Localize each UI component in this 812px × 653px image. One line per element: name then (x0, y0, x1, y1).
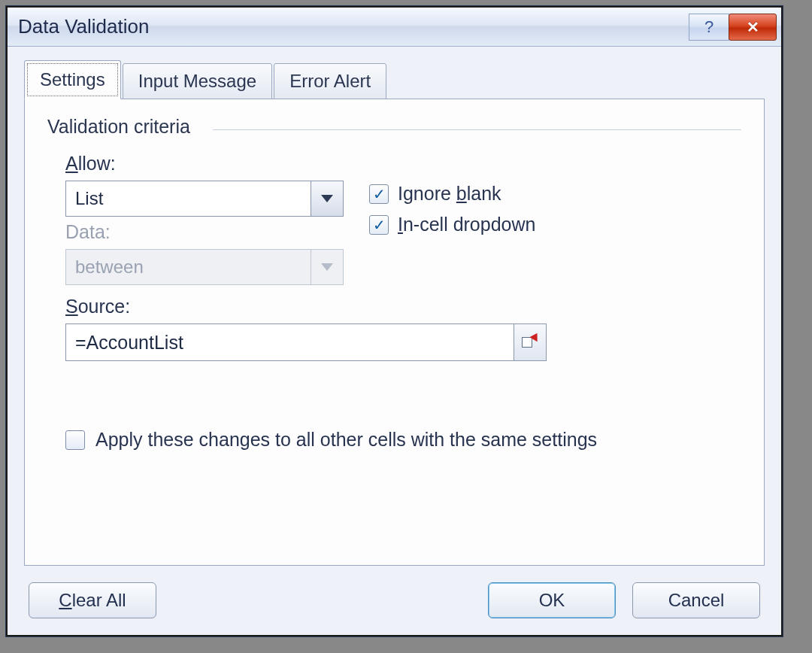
incell-dropdown-row[interactable]: ✓ In-cell dropdown (369, 214, 535, 235)
dialog-footer: Clear All OK Cancel (24, 566, 765, 621)
tab-error-alert-label: Error Alert (289, 71, 371, 92)
dialog-body: Settings Input Message Error Alert Valid… (8, 47, 781, 635)
check-icon: ✓ (373, 187, 386, 202)
tab-settings-label: Settings (40, 69, 105, 90)
tab-error-alert[interactable]: Error Alert (274, 63, 386, 99)
tab-input-message-label: Input Message (138, 71, 256, 92)
help-button[interactable]: ? (689, 14, 729, 41)
allow-input[interactable] (65, 181, 311, 217)
data-validation-dialog: Data Validation ? ✕ Settings Input Messa… (6, 6, 783, 636)
apply-to-all-row[interactable]: ✓ Apply these changes to all other cells… (65, 429, 741, 451)
tabs: Settings Input Message Error Alert (24, 60, 765, 99)
allow-combo[interactable] (65, 181, 344, 217)
ignore-blank-checkbox[interactable]: ✓ (369, 184, 389, 204)
source-box[interactable] (65, 323, 547, 361)
ignore-blank-label: Ignore blank (398, 183, 501, 205)
ok-button[interactable]: OK (488, 582, 616, 618)
check-icon: ✓ (373, 217, 386, 232)
allow-dropdown-button[interactable] (311, 181, 344, 217)
source-label: Source: (65, 296, 741, 317)
refedit-icon (522, 334, 538, 351)
data-dropdown-button (311, 249, 344, 285)
chevron-down-icon (321, 195, 333, 202)
tab-settings[interactable]: Settings (24, 60, 121, 99)
apply-to-all-label: Apply these changes to all other cells w… (95, 429, 597, 451)
titlebar[interactable]: Data Validation ? ✕ (8, 8, 781, 47)
data-combo (65, 249, 344, 285)
source-input[interactable] (65, 323, 514, 361)
dialog-title: Data Validation (18, 15, 689, 38)
data-label: Data: (65, 221, 344, 243)
tab-input-message[interactable]: Input Message (123, 63, 272, 99)
allow-label: Allow: (65, 153, 344, 175)
incell-dropdown-checkbox[interactable]: ✓ (369, 215, 389, 235)
incell-dropdown-label: In-cell dropdown (398, 214, 535, 235)
form-area: Allow: Data: (47, 138, 741, 451)
ignore-blank-row[interactable]: ✓ Ignore blank (369, 183, 535, 205)
ok-label: OK (539, 590, 565, 611)
data-input (65, 249, 311, 285)
group-label-text: Validation criteria (47, 116, 190, 137)
close-button[interactable]: ✕ (729, 14, 777, 41)
group-separator (213, 129, 741, 130)
source-refedit-button[interactable] (514, 323, 547, 361)
title-buttons: ? ✕ (689, 14, 777, 41)
cancel-label: Cancel (668, 590, 725, 611)
chevron-down-icon (321, 263, 333, 271)
options-column: ✓ Ignore blank ✓ In-cell dropdown (369, 148, 535, 235)
close-icon: ✕ (747, 18, 759, 36)
apply-to-all-checkbox[interactable]: ✓ (65, 430, 85, 450)
group-label: Validation criteria (47, 116, 741, 138)
cancel-button[interactable]: Cancel (632, 582, 760, 618)
clear-all-button[interactable]: Clear All (29, 582, 156, 618)
settings-panel: Validation criteria Allow: (24, 99, 765, 566)
help-icon: ? (704, 17, 714, 37)
